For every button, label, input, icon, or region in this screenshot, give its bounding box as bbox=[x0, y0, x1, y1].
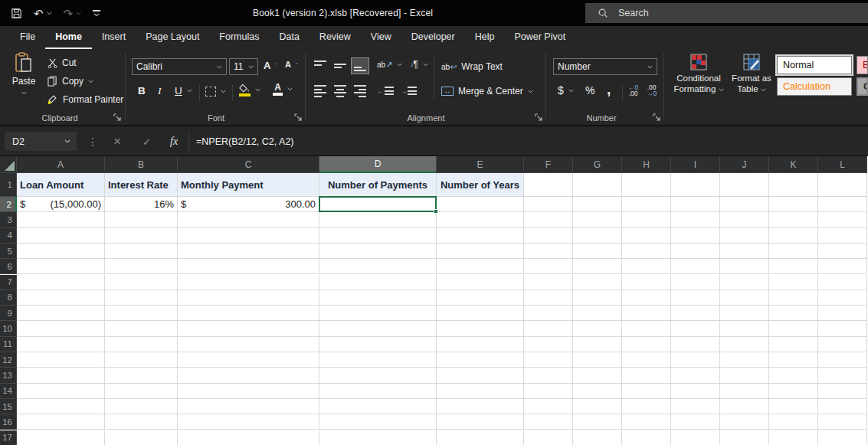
cell-B13[interactable] bbox=[105, 368, 178, 383]
cell-A3[interactable] bbox=[17, 212, 105, 227]
shrink-font-button[interactable]: Aˇ bbox=[285, 60, 298, 69]
customize-qat-button[interactable] bbox=[93, 10, 100, 17]
cell-H2[interactable] bbox=[622, 197, 671, 212]
increase-indent-button[interactable]: → bbox=[400, 85, 417, 96]
tab-power-pivot[interactable]: Power Pivot bbox=[504, 26, 575, 49]
tab-review[interactable]: Review bbox=[310, 26, 361, 49]
comma-style-button[interactable]: , bbox=[607, 81, 611, 98]
tab-formulas[interactable]: Formulas bbox=[209, 26, 269, 49]
cell-I17[interactable] bbox=[671, 430, 720, 445]
cell-C16[interactable] bbox=[178, 414, 319, 430]
cell-B6[interactable] bbox=[105, 259, 178, 274]
cell-B14[interactable] bbox=[105, 384, 178, 399]
increase-decimal-button[interactable]: ←0.00 bbox=[628, 84, 638, 97]
font-name-combo[interactable]: Calibri bbox=[132, 58, 227, 75]
cell-J10[interactable] bbox=[720, 321, 769, 336]
cell-G8[interactable] bbox=[573, 290, 622, 306]
insert-function-button[interactable]: fx bbox=[170, 126, 178, 157]
cell-C12[interactable] bbox=[178, 352, 319, 368]
cell-H14[interactable] bbox=[622, 384, 671, 399]
cell-H15[interactable] bbox=[622, 399, 671, 414]
format-painter-button[interactable]: Format Painter bbox=[47, 94, 123, 105]
decrease-decimal-button[interactable]: .00→0 bbox=[647, 84, 657, 97]
column-header-A[interactable]: A bbox=[17, 156, 105, 173]
cell-D2[interactable] bbox=[319, 197, 437, 212]
cell-D10[interactable] bbox=[319, 321, 437, 336]
cell-A13[interactable] bbox=[17, 368, 105, 383]
row-header-17[interactable]: 17 bbox=[0, 430, 17, 445]
cell-H13[interactable] bbox=[622, 368, 671, 383]
cell-I3[interactable] bbox=[671, 212, 720, 227]
tab-developer[interactable]: Developer bbox=[401, 26, 465, 49]
cell-C6[interactable] bbox=[178, 259, 319, 274]
cell-K11[interactable] bbox=[769, 337, 818, 352]
fill-color-button[interactable] bbox=[239, 83, 260, 97]
cell-K9[interactable] bbox=[769, 306, 818, 321]
cell-B9[interactable] bbox=[105, 306, 178, 321]
cell-C10[interactable] bbox=[178, 321, 319, 336]
cell-I4[interactable] bbox=[671, 228, 720, 244]
enter-button[interactable]: ✓ bbox=[142, 126, 152, 157]
cell-G12[interactable] bbox=[573, 352, 622, 368]
cell-A14[interactable] bbox=[17, 384, 105, 399]
column-header-C[interactable]: C bbox=[178, 156, 319, 173]
middle-align-button[interactable] bbox=[331, 57, 349, 74]
cell-L11[interactable] bbox=[818, 337, 867, 352]
cell-L4[interactable] bbox=[818, 228, 867, 244]
cell-L6[interactable] bbox=[818, 259, 867, 274]
cell-F4[interactable] bbox=[524, 228, 573, 244]
cell-I14[interactable] bbox=[671, 384, 720, 399]
cell-L3[interactable] bbox=[818, 212, 867, 227]
cell-A17[interactable] bbox=[17, 430, 105, 445]
cell-K13[interactable] bbox=[769, 368, 818, 383]
cell-A6[interactable] bbox=[17, 259, 105, 274]
cell-L12[interactable] bbox=[818, 352, 867, 368]
row-header-9[interactable]: 9 bbox=[0, 306, 17, 321]
cell-J9[interactable] bbox=[720, 306, 769, 321]
cell-F3[interactable] bbox=[524, 212, 573, 227]
cell-B2[interactable]: 16% bbox=[105, 197, 178, 212]
formula-input[interactable]: =NPER(B2/12, C2, A2) bbox=[196, 126, 294, 157]
cell-H5[interactable] bbox=[622, 244, 671, 259]
cell-I8[interactable] bbox=[671, 290, 720, 306]
cell-J4[interactable] bbox=[720, 228, 769, 244]
cell-C3[interactable] bbox=[178, 212, 319, 227]
row-header-3[interactable]: 3 bbox=[0, 212, 17, 227]
redo-button[interactable]: ↷ bbox=[64, 8, 82, 19]
cell-C1[interactable]: Monthly Payment bbox=[178, 173, 319, 197]
cell-E2[interactable] bbox=[437, 197, 524, 212]
cell-D14[interactable] bbox=[319, 384, 437, 399]
bold-button[interactable]: B bbox=[138, 85, 146, 97]
cell-H7[interactable] bbox=[622, 275, 671, 290]
cell-L13[interactable] bbox=[818, 368, 867, 383]
cell-G3[interactable] bbox=[573, 212, 622, 227]
cell-E6[interactable] bbox=[437, 259, 524, 274]
cell-D4[interactable] bbox=[319, 228, 437, 244]
cell-K1[interactable] bbox=[769, 173, 818, 197]
cell-C13[interactable] bbox=[178, 368, 319, 383]
row-header-15[interactable]: 15 bbox=[0, 399, 17, 414]
cell-A1[interactable]: Loan Amount bbox=[17, 173, 105, 197]
cell-L9[interactable] bbox=[818, 306, 867, 321]
row-header-11[interactable]: 11 bbox=[0, 337, 17, 352]
cell-A12[interactable] bbox=[17, 352, 105, 368]
merge-center-button[interactable]: ↔ Merge & Center bbox=[441, 86, 533, 97]
cell-A2[interactable]: $(15,000.00) bbox=[17, 197, 105, 212]
row-header-6[interactable]: 6 bbox=[0, 259, 17, 274]
cell-I1[interactable] bbox=[671, 173, 720, 197]
cell-I13[interactable] bbox=[671, 368, 720, 383]
cell-B8[interactable] bbox=[105, 290, 178, 306]
font-dialog-launcher[interactable] bbox=[294, 113, 302, 121]
cell-L14[interactable] bbox=[818, 384, 867, 399]
cell-B16[interactable] bbox=[105, 414, 178, 430]
cell-C7[interactable] bbox=[178, 275, 319, 290]
cell-C2[interactable]: $300.00 bbox=[178, 197, 319, 212]
cell-J15[interactable] bbox=[720, 399, 769, 414]
cell-G9[interactable] bbox=[573, 306, 622, 321]
cell-H9[interactable] bbox=[622, 306, 671, 321]
cell-L5[interactable] bbox=[818, 244, 867, 259]
cell-A11[interactable] bbox=[17, 337, 105, 352]
align-center-button[interactable] bbox=[331, 83, 349, 100]
cell-F9[interactable] bbox=[524, 306, 573, 321]
cell-D3[interactable] bbox=[319, 212, 437, 227]
